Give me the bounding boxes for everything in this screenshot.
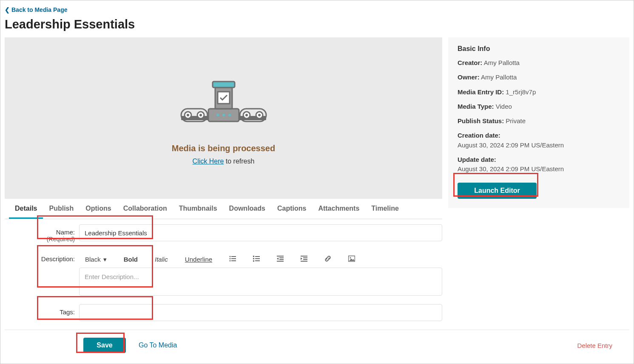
processing-title: Media is being processed (172, 144, 275, 153)
svg-rect-32 (279, 259, 284, 260)
refresh-link[interactable]: Click Here (193, 158, 224, 165)
svg-point-10 (258, 114, 261, 116)
bold-button[interactable]: Bold (124, 256, 138, 263)
tab-details[interactable]: Details (9, 199, 43, 219)
update-date-label: Update date: (458, 156, 496, 163)
owner-value: Amy Pallotta (481, 73, 517, 81)
description-editor[interactable] (79, 268, 442, 296)
svg-rect-33 (277, 261, 284, 262)
link-icon[interactable] (324, 255, 331, 263)
tab-timeline[interactable]: Timeline (365, 199, 405, 219)
publish-status-label: Publish Status: (458, 117, 504, 124)
media-type-label: Media Type: (458, 103, 494, 110)
svg-point-18 (230, 256, 231, 257)
svg-rect-36 (303, 259, 307, 260)
go-to-media-link[interactable]: Go To Media (139, 341, 177, 349)
creator-value: Amy Pallotta (484, 59, 520, 66)
svg-rect-35 (303, 257, 307, 258)
svg-rect-26 (255, 260, 260, 261)
wysiwyg-toolbar: Black ▾ Bold Italic Underline (79, 251, 442, 268)
svg-point-20 (230, 258, 231, 260)
back-to-media-link[interactable]: ❮ Back to Media Page (5, 5, 68, 15)
tab-attachments[interactable]: Attachments (312, 199, 365, 219)
save-button[interactable]: Save (83, 338, 126, 353)
refresh-suffix: to refresh (224, 158, 254, 165)
svg-rect-31 (279, 257, 284, 258)
tags-input[interactable] (79, 304, 442, 321)
svg-point-39 (350, 257, 351, 259)
svg-point-14 (228, 114, 231, 116)
svg-point-9 (245, 114, 248, 116)
media-preview-panel: Media is being processed Click Here to r… (5, 37, 442, 199)
ordered-list-icon[interactable] (253, 255, 260, 263)
svg-rect-28 (253, 258, 254, 260)
launch-editor-button[interactable]: Launch Editor (458, 183, 537, 199)
svg-rect-37 (301, 261, 307, 262)
svg-point-12 (216, 114, 219, 116)
details-tabs: Details Publish Options Collaboration Th… (5, 199, 442, 219)
tab-downloads[interactable]: Downloads (223, 199, 271, 219)
svg-point-13 (222, 114, 225, 116)
name-required-label: (Required) (5, 236, 75, 243)
svg-rect-30 (277, 256, 284, 257)
name-input[interactable] (79, 224, 442, 241)
entry-id-value: 1_r5rj8v7p (506, 88, 536, 96)
name-label: Name: (56, 229, 75, 236)
svg-rect-29 (253, 260, 254, 262)
page-title: Leadership Essentials (5, 17, 629, 31)
update-date-value: August 30, 2024 2:09 PM US/Eastern (458, 165, 620, 173)
tags-label: Tags: (60, 308, 75, 316)
svg-rect-19 (231, 256, 236, 257)
underline-button[interactable]: Underline (185, 256, 212, 263)
indent-icon[interactable] (301, 255, 307, 263)
chevron-down-icon: ▾ (103, 256, 107, 263)
text-color-select[interactable]: Black ▾ (85, 256, 107, 263)
delete-entry-link[interactable]: Delete Entry (577, 342, 625, 349)
creator-label: Creator: (458, 59, 482, 66)
svg-point-5 (199, 114, 202, 116)
creation-date-label: Creation date: (458, 132, 500, 139)
basic-info-sidebar: Basic Info Creator: Amy Pallotta Owner: … (448, 37, 629, 208)
italic-button[interactable]: Italic (155, 256, 168, 263)
sidebar-heading: Basic Info (458, 45, 620, 53)
svg-point-22 (230, 260, 231, 262)
svg-rect-25 (255, 258, 260, 259)
svg-rect-24 (255, 256, 260, 257)
entry-id-label: Media Entry ID: (458, 88, 504, 96)
svg-rect-17 (213, 82, 235, 87)
owner-label: Owner: (458, 73, 480, 81)
chevron-left-icon: ❮ (5, 6, 10, 13)
tab-thumbnails[interactable]: Thumbnails (173, 199, 223, 219)
tab-captions[interactable]: Captions (271, 199, 312, 219)
unordered-list-icon[interactable] (229, 255, 236, 263)
creation-date-value: August 30, 2024 2:09 PM US/Eastern (458, 141, 620, 150)
tab-options[interactable]: Options (80, 199, 117, 219)
back-link-label: Back to Media Page (11, 6, 68, 13)
processing-machine-icon (177, 71, 270, 135)
svg-rect-21 (231, 258, 236, 259)
outdent-icon[interactable] (277, 255, 284, 263)
tab-publish[interactable]: Publish (43, 199, 80, 219)
description-label: Description: (41, 255, 75, 262)
tab-collaboration[interactable]: Collaboration (117, 199, 173, 219)
svg-rect-34 (301, 256, 307, 257)
publish-status-value: Private (506, 117, 526, 124)
svg-rect-23 (231, 260, 236, 261)
media-type-value: Video (496, 103, 512, 110)
image-icon[interactable] (348, 255, 355, 263)
svg-point-4 (187, 114, 189, 116)
svg-rect-27 (253, 256, 254, 257)
